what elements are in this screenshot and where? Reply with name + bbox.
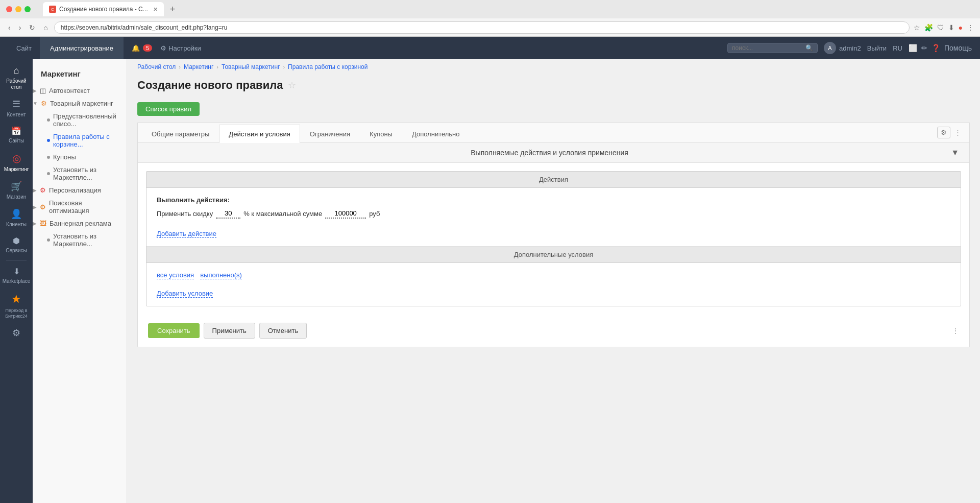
shield-icon[interactable]: 🛡 [937, 23, 944, 32]
add-action-link[interactable]: Добавить действие [157, 230, 216, 238]
notifications-button[interactable]: 🔔 5 [132, 44, 152, 52]
window-icon[interactable]: ⬜ [909, 44, 917, 52]
save-button[interactable]: Сохранить [148, 323, 200, 338]
discount-amount-input[interactable] [325, 209, 366, 219]
sites-icon: 📅 [11, 126, 21, 136]
search-input[interactable] [732, 44, 803, 52]
main-content: Рабочий стол › Маркетинг › Товарный марк… [127, 59, 980, 503]
tab-restrictions[interactable]: Ограничения [300, 125, 360, 143]
tabs-bar: Общие параметры Действия и условия Огран… [138, 123, 969, 143]
sidebar-item-autocontext[interactable]: ▶ ◫ Автоконтекст [33, 84, 127, 97]
sidebar-label-desktop: Рабочий стол [2, 78, 31, 90]
tab-close-icon[interactable]: ✕ [153, 6, 158, 13]
discount-currency: руб [369, 210, 380, 218]
breadcrumb-product-marketing[interactable]: Товарный маркетинг [222, 63, 280, 70]
sidebar-item-cart-rules[interactable]: Правила работы с корзине... [33, 130, 127, 151]
app: Сайт Администрирование 🔔 5 ⚙ Настройки 🔍… [0, 37, 980, 503]
more-icon[interactable]: ⋮ [967, 23, 974, 32]
sidebar-item-personalization[interactable]: ▶ ⚙ Персонализация [33, 184, 127, 197]
bottom-resize-icon[interactable]: ⋮ [952, 327, 959, 335]
download-icon[interactable]: ⬇ [948, 23, 954, 32]
sidebar-item-coupons[interactable]: Купоны [33, 151, 127, 163]
settings-button[interactable]: ⚙ Настройки [160, 44, 201, 52]
help-label[interactable]: Помощь [944, 44, 972, 52]
sidebar-label-coupons: Купоны [53, 153, 76, 161]
apply-button[interactable]: Применить [204, 323, 255, 339]
sidebar-item-services[interactable]: ⬢ Сервисы [0, 232, 33, 258]
breadcrumb-cart-rules[interactable]: Правила работы с корзиной [288, 63, 368, 70]
bottom-buttons: Сохранить Применить Отменить ⋮ [138, 315, 969, 347]
discount-text-2: % к максимальной сумме [243, 210, 322, 218]
language-selector[interactable]: RU [893, 44, 902, 52]
tabs-gear-button[interactable]: ⚙ [937, 127, 950, 138]
search-icon: 🔍 [805, 44, 813, 52]
admin-button[interactable]: Администрирование [40, 37, 124, 59]
user-menu[interactable]: A admin2 [824, 42, 861, 54]
autocontext-icon: ◫ [40, 87, 46, 94]
seo-icon: ⚙ [40, 203, 46, 211]
sidebar-item-content[interactable]: ☰ Контент [0, 94, 33, 122]
tab-general[interactable]: Общие параметры [142, 125, 219, 143]
profile-icon[interactable]: ● [959, 23, 963, 32]
sidebar-item-marketplace[interactable]: ⬇ Marketplace [0, 262, 33, 289]
help-icon[interactable]: ❓ [932, 44, 940, 52]
extensions-icon[interactable]: 🧩 [924, 23, 933, 32]
sidebar-item-clients[interactable]: 👤 Клиенты [0, 204, 33, 232]
back-button[interactable]: ‹ [6, 22, 13, 33]
sidebar-item-sites[interactable]: 📅 Сайты [0, 122, 33, 148]
home-button[interactable]: ⌂ [41, 22, 50, 33]
sidebar-item-shop[interactable]: 🛒 Магазин [0, 177, 33, 204]
new-tab-button[interactable]: + [170, 4, 176, 15]
sidebar-item-install-marketplace2[interactable]: Установить из Маркетпле... [33, 230, 127, 250]
sidebar-item-product-marketing[interactable]: ▼ ⚙ Товарный маркетинг [33, 97, 127, 110]
product-marketing-expand-icon: ▼ [33, 101, 38, 106]
sidebar-item-desktop[interactable]: ⌂ Рабочий стол [0, 61, 33, 94]
add-condition-link[interactable]: Добавить условие [157, 290, 213, 298]
search-box[interactable]: 🔍 [727, 43, 818, 53]
breadcrumb-sep-2: › [216, 64, 218, 70]
tabs-resize-icon[interactable]: ⋮ [954, 129, 961, 136]
pencil-icon[interactable]: ✏ [921, 44, 927, 52]
url-bar[interactable] [54, 21, 910, 34]
maximize-button[interactable] [24, 6, 31, 12]
minimize-button[interactable] [15, 6, 21, 12]
logout-button[interactable]: Выйти [867, 44, 887, 52]
sidebar-label-marketing: Маркетинг [4, 166, 29, 173]
sidebar-label-install-mp1: Установить из Маркетпле... [53, 166, 122, 181]
sidebar-item-banner-ads[interactable]: ▶ 🖼 Баннерная реклама [33, 217, 127, 230]
site-button[interactable]: Сайт [8, 37, 40, 59]
sidebar-label-bitrix24: Переход в Битрикс24 [2, 308, 31, 319]
all-conditions-link[interactable]: все условия [157, 271, 194, 279]
close-button[interactable] [6, 6, 12, 12]
tab-actions[interactable]: Действия и условия [219, 125, 300, 143]
browser-title-bar: С Создание нового правила - С... ✕ + [0, 0, 980, 18]
discount-value-input[interactable] [216, 209, 240, 219]
breadcrumb-desktop[interactable]: Рабочий стол [137, 63, 176, 70]
cancel-button[interactable]: Отменить [259, 323, 307, 339]
browser-tab[interactable]: С Создание нового правила - С... ✕ [43, 2, 164, 16]
fulfilled-link[interactable]: выполнено(s) [200, 271, 242, 279]
sidebar-item-marketing[interactable]: ◎ Маркетинг [0, 148, 33, 177]
cart-rules-bullet [47, 139, 50, 142]
section-collapse-icon[interactable]: ▼ [951, 148, 959, 157]
sidebar-item-seo[interactable]: ▶ ⚙ Поисковая оптимизация [33, 197, 127, 217]
breadcrumb-marketing[interactable]: Маркетинг [184, 63, 213, 70]
actions-header: Действия [146, 172, 961, 188]
sidebar-item-install-marketplace1[interactable]: Установить из Маркетпле... [33, 163, 127, 184]
favorite-button[interactable]: ☆ [288, 80, 296, 91]
content-icon: ☰ [12, 99, 20, 110]
forward-button[interactable]: › [17, 22, 23, 33]
bookmark-icon[interactable]: ☆ [914, 23, 920, 32]
list-rules-button[interactable]: Список правил [137, 102, 200, 116]
sidebar-item-system-settings[interactable]: ⚙ [0, 323, 33, 344]
notification-badge: 5 [143, 44, 152, 52]
tab-coupons[interactable]: Купоны [360, 125, 402, 143]
sidebar-label-seo: Поисковая оптимизация [49, 199, 122, 214]
breadcrumb-sep-3: › [283, 64, 285, 70]
tab-additional[interactable]: Дополнительно [402, 125, 470, 143]
sidebar-item-bitrix24[interactable]: ★ Переход в Битрикс24 [0, 289, 33, 323]
sidebar-label-install-mp2: Установить из Маркетпле... [53, 232, 122, 248]
coupons-bullet [47, 156, 50, 159]
sidebar-item-preset-list[interactable]: Предустановленный списо... [33, 110, 127, 130]
reload-button[interactable]: ↻ [27, 22, 37, 33]
